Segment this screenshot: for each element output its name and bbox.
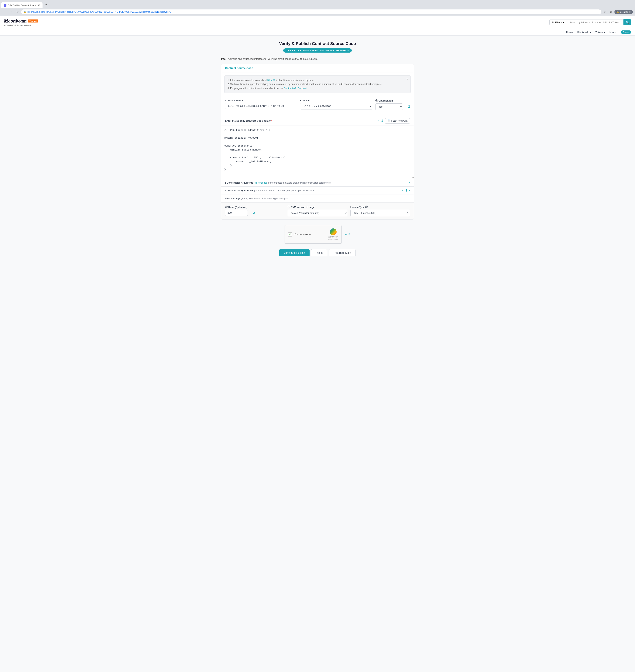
constructor-args-sub: (for contracts that were created with co… bbox=[268, 182, 331, 184]
optimization-label: ⓘ Optimization bbox=[375, 99, 410, 103]
lock-icon: 🔒 bbox=[24, 11, 26, 13]
browser-tab-bar: DEV Solidity Contract Source ✕ + bbox=[0, 0, 635, 8]
library-sub: (for contracts that use libraries, suppo… bbox=[254, 189, 315, 192]
runs-info-icon: ⓘ bbox=[225, 206, 227, 209]
compiler-badge: Compiler Type: SINGLE FILE / CONCATENANT… bbox=[283, 48, 352, 52]
fetch-gist-icon: 📄 bbox=[388, 120, 391, 122]
incognito-icon: 🕵 bbox=[616, 11, 619, 13]
tab-title: DEV Solidity Contract Source bbox=[8, 4, 36, 6]
return-to-main-button[interactable]: Return to Main bbox=[329, 249, 356, 256]
constructor-args-row[interactable]: ℹ Constructor Arguments ABI-encoded (for… bbox=[221, 179, 414, 186]
extensions-button[interactable]: ⚙ bbox=[608, 9, 614, 15]
site-header-top: Moonbeam Testnet MOONBASE Testnet Networ… bbox=[4, 16, 631, 29]
optimization-select[interactable]: Yes No bbox=[375, 103, 403, 110]
form-section: Contract Address Compiler v0.8.2+commit.… bbox=[221, 96, 414, 116]
compiler-select[interactable]: v0.8.2+commit.661d1103 bbox=[300, 103, 372, 109]
license-label: LicenseType ⓘ bbox=[350, 206, 410, 209]
code-section-header: Enter the Solidity Contract Code below *… bbox=[221, 116, 414, 126]
browser-tab-active[interactable]: DEV Solidity Contract Source ✕ bbox=[1, 2, 43, 8]
action-buttons: Verify and Publish Reset Return to Main bbox=[221, 247, 414, 262]
logo-area: Moonbeam Testnet MOONBASE Testnet Networ… bbox=[4, 18, 38, 26]
new-tab-button[interactable]: + bbox=[43, 1, 50, 8]
annotation-arrow3: ← 3 bbox=[401, 189, 407, 192]
runs-input-row: ← 2 bbox=[225, 210, 285, 216]
api-endpoint-link[interactable]: Contract API Endpoint bbox=[284, 87, 307, 90]
url-text: moonbase.moonscan.io/verifyContract-solc… bbox=[27, 10, 599, 13]
notice-line2: 2. We have limited support for verifying… bbox=[227, 82, 408, 86]
blockchain-chevron: ▾ bbox=[590, 31, 591, 33]
solidity-code-editor[interactable]: // SPDX-License-Identifier: MIT pragma s… bbox=[221, 126, 414, 178]
library-expand-icon: › bbox=[409, 189, 410, 192]
refresh-button[interactable]: ↻ bbox=[15, 9, 20, 15]
code-section-label: Enter the Solidity Contract Code below * bbox=[225, 120, 272, 122]
recaptcha-section: ✓ I'm not a robot reCAPTCHA Privacy - Te… bbox=[221, 219, 414, 247]
verify-publish-button[interactable]: Verify and Publish bbox=[279, 249, 310, 256]
main-card: Contract Source Code × 1. If the contrac… bbox=[221, 64, 414, 219]
runs-label: ⓘ Runs (Optimizer) bbox=[225, 206, 285, 209]
profile-label: Incognito (3) bbox=[620, 11, 631, 13]
incognito-profile-button[interactable]: 🕵 Incognito (3) bbox=[614, 10, 633, 14]
filter-dropdown[interactable]: All Filters ▾ bbox=[549, 19, 567, 25]
evm-group: ⓘ EVM Version to target default (compile… bbox=[288, 206, 347, 216]
constructor-expand-icon: › bbox=[409, 181, 410, 184]
recaptcha-brand: reCAPTCHA bbox=[328, 236, 338, 238]
fetch-gist-button[interactable]: 📄 Fetch from Gist bbox=[385, 118, 410, 124]
section-tab-bar: Contract Source Code bbox=[221, 64, 414, 72]
browser-addressbar: ← → ↻ 🔒 moonbase.moonscan.io/verifyContr… bbox=[0, 8, 635, 16]
notice-line3: 3. For programatic contract verification… bbox=[227, 86, 408, 90]
remix-link[interactable]: REMIX bbox=[267, 79, 275, 82]
abi-encoded-link[interactable]: ABI-encoded bbox=[254, 182, 267, 184]
tab-close-button[interactable]: ✕ bbox=[38, 4, 40, 7]
evm-select[interactable]: default (compiler defaults) homestead is… bbox=[288, 210, 347, 216]
recaptcha-right: reCAPTCHA Privacy - Terms bbox=[328, 228, 338, 240]
search-button[interactable]: 🔍 bbox=[623, 19, 631, 25]
nav-home[interactable]: Home bbox=[566, 31, 573, 34]
misc-chevron: ▾ bbox=[615, 31, 616, 33]
misc-row: ⓘ Runs (Optimizer) ← 2 ⓘ EVM Version to … bbox=[225, 206, 410, 216]
recaptcha-wrap: ✓ I'm not a robot reCAPTCHA Privacy - Te… bbox=[285, 225, 350, 244]
search-input[interactable] bbox=[567, 20, 623, 25]
form-row-top: Contract Address Compiler v0.8.2+commit.… bbox=[225, 99, 410, 110]
misc-settings-row[interactable]: Misc Settings (Runs, EvmVersion & Licens… bbox=[221, 194, 414, 202]
recaptcha-links: Privacy - Terms bbox=[328, 239, 338, 240]
contract-address-group: Contract Address bbox=[225, 99, 297, 109]
nav-blockchain[interactable]: Blockchain ▾ bbox=[577, 31, 591, 34]
contract-address-input[interactable] bbox=[225, 103, 297, 109]
library-actions: ← 3 › bbox=[401, 189, 410, 192]
new-tab-icon: + bbox=[45, 3, 47, 7]
testnet-badge: Testnet bbox=[28, 19, 38, 22]
nav-misc[interactable]: Misc ▾ bbox=[610, 31, 616, 34]
compiler-label: Compiler bbox=[300, 99, 372, 102]
fetch-gist-label: Fetch from Gist bbox=[391, 120, 408, 122]
network-subtitle: MOONBASE Testnet Network bbox=[4, 24, 38, 26]
license-group: LicenseType ⓘ 1) No License (None) 2) Th… bbox=[350, 206, 410, 216]
header-search: All Filters ▾ 🔍 bbox=[549, 19, 631, 25]
compiler-group: Compiler v0.8.2+commit.661d1103 bbox=[300, 99, 372, 109]
misc-expand-icon: ⌄ bbox=[408, 197, 410, 200]
back-button[interactable]: ← bbox=[2, 9, 7, 15]
bookmark-button[interactable]: ☆ bbox=[602, 9, 608, 15]
search-input-wrap bbox=[567, 19, 623, 25]
library-address-row[interactable]: Contract Library Address (for contracts … bbox=[221, 186, 414, 194]
recaptcha-left: ✓ I'm not a robot bbox=[288, 232, 311, 236]
license-info-icon: ⓘ bbox=[365, 206, 368, 209]
reset-button[interactable]: Reset bbox=[311, 249, 328, 256]
logo[interactable]: Moonbeam Testnet MOONBASE Testnet Networ… bbox=[4, 18, 38, 26]
notice-close-button[interactable]: × bbox=[407, 78, 408, 81]
logo-text: Moonbeam bbox=[4, 18, 27, 24]
filter-label: All Filters bbox=[552, 21, 562, 24]
runs-input[interactable] bbox=[225, 210, 248, 216]
nav-tokens[interactable]: Tokens ▾ bbox=[595, 31, 605, 34]
evm-info-icon: ⓘ bbox=[288, 206, 290, 209]
forward-button[interactable]: → bbox=[8, 9, 14, 15]
recaptcha-logo bbox=[330, 228, 336, 235]
url-bar[interactable]: 🔒 moonbase.moonscan.io/verifyContract-so… bbox=[21, 9, 601, 14]
compiler-badge-wrap: Compiler Type: SINGLE FILE / CONCATENANT… bbox=[221, 48, 414, 56]
recaptcha-box[interactable]: ✓ I'm not a robot reCAPTCHA Privacy - Te… bbox=[285, 225, 342, 244]
optimization-row: Yes No ← 2 bbox=[375, 103, 410, 110]
recaptcha-checkbox[interactable]: ✓ bbox=[288, 232, 292, 236]
info-bar: Info: A simple and structured interface … bbox=[221, 56, 414, 62]
contract-source-tab[interactable]: Contract Source Code bbox=[225, 64, 253, 72]
license-select[interactable]: 1) No License (None) 2) The Unlicense (U… bbox=[350, 210, 410, 216]
misc-sub: (Runs, EvmVersion & License Type setting… bbox=[241, 197, 287, 200]
